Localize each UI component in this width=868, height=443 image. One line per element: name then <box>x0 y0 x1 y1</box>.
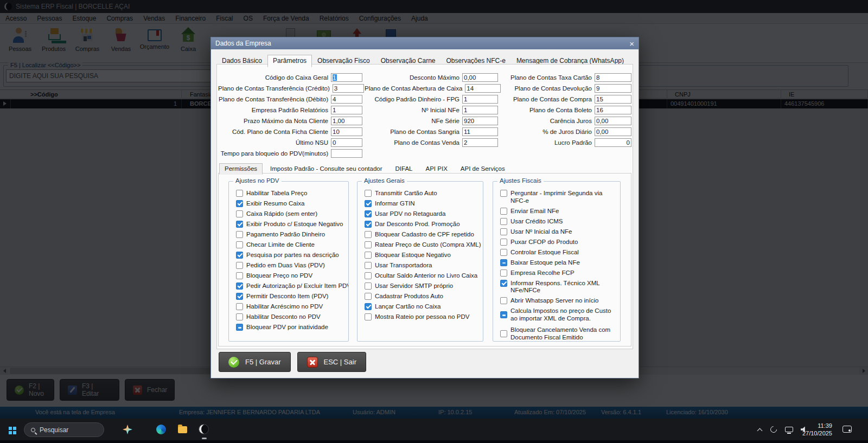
checkbox[interactable] <box>500 269 507 277</box>
checkbox[interactable] <box>236 283 243 290</box>
checkbox[interactable] <box>236 241 243 248</box>
checkbox[interactable] <box>236 272 243 279</box>
checkbox-row[interactable]: Usar Transportadora <box>365 262 481 269</box>
checkbox-row[interactable]: Informar GTIN <box>365 200 481 208</box>
field-input[interactable] <box>331 149 362 158</box>
checkbox-row[interactable]: Permitir Desconto Item (PDV) <box>236 293 347 300</box>
checkbox-row[interactable]: Bloquear Cadastro de CPF repetido <box>365 231 481 239</box>
checkbox[interactable] <box>365 262 372 269</box>
field-input[interactable]: 0 <box>595 138 631 147</box>
checkbox[interactable] <box>236 293 243 300</box>
checkbox[interactable] <box>500 239 507 246</box>
notifications-icon[interactable] <box>843 426 852 433</box>
field-input[interactable]: 0,00 <box>595 127 631 136</box>
checkbox[interactable] <box>365 252 372 259</box>
field-input[interactable]: 3 <box>333 84 364 93</box>
checkbox-row[interactable]: Caixa Rápido (sem enter) <box>236 210 347 218</box>
field-input[interactable]: 1,00 <box>331 117 362 125</box>
taskbar-clock[interactable]: 11:39 27/10/2025 <box>802 422 832 437</box>
checkbox[interactable] <box>500 249 507 256</box>
sair-button[interactable]: ESC | Sair <box>297 352 366 372</box>
taskbar-search[interactable]: Pesquisar <box>24 422 104 437</box>
checkbox[interactable] <box>236 252 243 259</box>
field-input[interactable]: 4 <box>331 95 362 104</box>
checkbox[interactable] <box>365 190 372 197</box>
checkbox-row[interactable]: Informar Respons. Técnico XML NFe/NFCe <box>500 280 618 294</box>
checkbox[interactable] <box>500 228 507 235</box>
field-input[interactable]: 0,00 <box>595 117 631 125</box>
edge-icon[interactable] <box>156 425 166 434</box>
checkbox[interactable] <box>365 241 372 248</box>
sync-icon[interactable] <box>769 425 778 434</box>
field-input[interactable]: 1 <box>331 73 362 82</box>
dialog-tab[interactable]: Parâmetros <box>267 55 312 67</box>
field-input[interactable]: 10 <box>331 127 362 136</box>
checkbox[interactable] <box>500 218 507 225</box>
checkbox[interactable] <box>236 313 243 320</box>
field-input[interactable]: 920 <box>462 117 498 125</box>
checkbox[interactable] <box>500 190 507 197</box>
checkbox-row[interactable]: Exibir Resumo Caixa <box>236 200 347 208</box>
start-button-icon[interactable] <box>9 427 12 430</box>
checkbox[interactable] <box>236 210 243 217</box>
checkbox[interactable] <box>236 231 243 238</box>
field-input[interactable]: 2 <box>462 138 498 147</box>
checkbox-row[interactable]: Cadastrar Produtos Auto <box>365 293 481 300</box>
field-input[interactable]: 1 <box>331 106 362 114</box>
checkbox-row[interactable]: Bloquear PDV por inatividade <box>236 324 347 331</box>
checkbox-row[interactable]: Pedido em Duas Vias (PDV) <box>236 262 347 269</box>
checkbox-row[interactable]: Checar Limite de Cliente <box>236 241 347 249</box>
checkbox[interactable] <box>365 303 372 310</box>
checkbox[interactable] <box>236 190 243 197</box>
close-icon[interactable]: × <box>629 40 634 48</box>
checkbox[interactable] <box>500 208 507 215</box>
checkbox-row[interactable]: Pesquisa por partes na descrição <box>236 252 347 259</box>
erp-app-icon[interactable] <box>199 424 209 434</box>
checkbox[interactable] <box>365 272 372 279</box>
checkbox-row[interactable]: Usar Crédito ICMS <box>500 218 618 226</box>
checkbox[interactable] <box>236 324 243 331</box>
checkbox-row[interactable]: Lançar Cartão no Caixa <box>365 303 481 311</box>
checkbox-row[interactable]: Controlar Estoque Fiscal <box>500 249 618 256</box>
checkbox[interactable] <box>236 303 243 310</box>
checkbox[interactable] <box>365 200 372 207</box>
field-input[interactable]: 9 <box>595 84 631 93</box>
checkbox[interactable] <box>236 200 243 207</box>
checkbox-row[interactable]: Exibir Produto c/ Estoque Negativo <box>236 221 347 228</box>
checkbox[interactable] <box>500 311 507 318</box>
checkbox[interactable] <box>500 280 507 287</box>
checkbox[interactable] <box>500 330 507 337</box>
field-input[interactable]: 1 <box>462 95 498 104</box>
checkbox-row[interactable]: Calcula Impostos no preço de Custo ao im… <box>500 307 618 322</box>
checkbox-row[interactable]: Baixar Estoque pela NFe <box>500 259 618 267</box>
checkbox-row[interactable]: Dar Desconto Prod. Promoção <box>365 221 481 228</box>
checkbox[interactable] <box>365 313 372 320</box>
checkbox-row[interactable]: Puxar CFOP do Produto <box>500 239 618 246</box>
checkbox[interactable] <box>500 297 507 304</box>
checkbox-row[interactable]: Habilitar Desconto no PDV <box>236 313 347 321</box>
checkbox-row[interactable]: Usar PDV no Retaguarda <box>365 210 481 218</box>
checkbox-row[interactable]: Usar Servidor SMTP próprio <box>365 283 481 290</box>
checkbox-row[interactable]: Mostra Rateio por pessoa no PDV <box>365 313 481 321</box>
checkbox-row[interactable]: Bloquear Estoque Negativo <box>365 252 481 259</box>
field-input[interactable]: 11 <box>462 127 498 136</box>
checkbox-row[interactable]: Transmitir Cartão Auto <box>365 190 481 197</box>
checkbox[interactable] <box>236 262 243 269</box>
checkbox-row[interactable]: Pagamento Padrão Dinheiro <box>236 231 347 239</box>
checkbox-row[interactable]: Habilitar Acréscimo no PDV <box>236 303 347 311</box>
field-input[interactable]: 16 <box>595 106 631 114</box>
field-input[interactable]: 0 <box>331 138 362 147</box>
sub-tab[interactable]: Permissões <box>219 163 263 175</box>
gravar-button[interactable]: F5 | Gravar <box>219 352 291 372</box>
checkbox-row[interactable]: Empresa Recolhe FCP <box>500 269 618 277</box>
checkbox[interactable] <box>236 221 243 228</box>
checkbox-row[interactable]: Pedir Autorização p/ Excluir Item PDV <box>236 283 347 290</box>
field-input[interactable]: 14 <box>465 84 501 93</box>
checkbox[interactable] <box>500 259 507 266</box>
field-input[interactable]: 1 <box>462 106 498 114</box>
checkbox-row[interactable]: Bloquear Preço no PDV <box>236 272 347 280</box>
checkbox[interactable] <box>365 283 372 290</box>
checkbox-row[interactable]: Usar Nº Inicial da NFe <box>500 228 618 236</box>
checkbox-row[interactable]: Abrir Whatsapp Server no início <box>500 297 618 305</box>
checkbox-row[interactable]: Bloquear Cancelamento Venda com Document… <box>500 326 618 341</box>
